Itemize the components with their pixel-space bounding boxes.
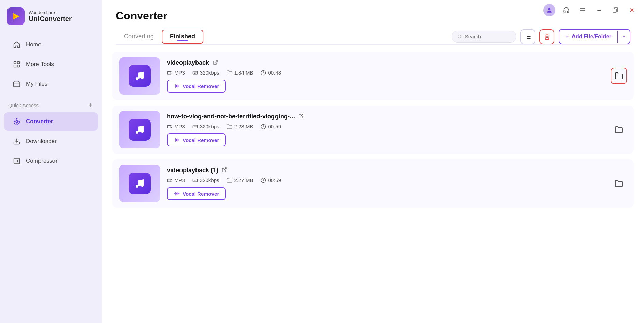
sidebar-item-home[interactable]: Home (4, 35, 98, 54)
tab-converting[interactable]: Converting (116, 30, 162, 44)
sidebar-item-compressor-label: Compressor (26, 158, 58, 164)
sidebar-item-downloader-label: Downloader (26, 138, 57, 145)
file-bitrate-1: 320kbps (192, 124, 219, 129)
table-row: videoplayback MP3 (112, 52, 634, 100)
file-size-0: 1.84 MB (227, 70, 253, 76)
home-icon (12, 40, 21, 49)
svg-point-16 (458, 35, 461, 38)
svg-line-32 (301, 114, 303, 116)
open-file-icon-1[interactable] (298, 113, 304, 120)
waveform-icon-1 (174, 137, 180, 143)
waveform-icon-0 (174, 83, 180, 89)
svg-rect-39 (167, 179, 171, 181)
add-file-dropdown-button[interactable] (617, 31, 630, 43)
quick-access-header: Quick Access + (0, 97, 102, 112)
delete-button[interactable] (539, 29, 554, 44)
tab-finished[interactable]: Finished (162, 30, 203, 44)
vocal-remover-button-1[interactable]: Vocal Remover (167, 133, 226, 146)
bitrate-icon-0 (192, 70, 198, 76)
svg-point-37 (141, 184, 144, 187)
profile-button[interactable] (543, 4, 555, 16)
svg-rect-27 (167, 71, 171, 74)
compressor-icon (12, 157, 21, 165)
minimize-button[interactable]: − (594, 5, 604, 16)
file-bitrate-2: 320kbps (192, 177, 219, 183)
open-file-icon-0[interactable] (213, 60, 218, 66)
downloader-icon (12, 137, 21, 146)
app-logo-icon (7, 7, 25, 25)
music-icon-1 (129, 119, 151, 141)
open-file-icon-2[interactable] (222, 167, 227, 174)
clock-icon-0 (261, 70, 266, 76)
file-info-2: videoplayback (1) MP3 (167, 167, 627, 200)
tabs-and-actions: Converting Finished (116, 29, 630, 44)
file-name-row-1: how-to-vlog-and-not-be-terrified-vloggin… (167, 113, 627, 120)
file-thumbnail-1 (119, 111, 160, 148)
search-icon (457, 34, 462, 39)
sidebar-item-more-tools[interactable]: More Tools (4, 55, 98, 74)
waveform-icon-2 (174, 191, 180, 197)
sidebar-item-compressor[interactable]: Compressor (4, 152, 98, 170)
svg-point-31 (141, 130, 144, 133)
file-thumbnail-2 (119, 165, 160, 202)
quick-access-add-button[interactable]: + (87, 101, 94, 109)
brand-top: Wondershare (29, 10, 72, 15)
svg-point-30 (136, 131, 138, 134)
video-icon-1 (167, 124, 172, 129)
svg-rect-6 (14, 82, 20, 87)
file-meta-0: MP3 320kbps 1.84 MB 00:48 (167, 70, 627, 76)
brand-bottom: UniConverter (29, 15, 72, 23)
restore-button[interactable] (610, 5, 621, 16)
svg-line-17 (461, 37, 461, 38)
vocal-remover-button-2[interactable]: Vocal Remover (167, 187, 226, 200)
list-view-button[interactable] (520, 29, 535, 44)
vocal-remover-button-0[interactable]: Vocal Remover (167, 80, 226, 93)
menu-button[interactable] (577, 5, 588, 16)
bitrate-icon-2 (192, 178, 198, 183)
file-meta-1: MP3 320kbps 2.23 MB 00:59 (167, 124, 627, 129)
close-button[interactable]: ✕ (626, 5, 637, 16)
file-size-1: 2.23 MB (227, 124, 253, 129)
svg-point-36 (136, 185, 138, 188)
sidebar: Wondershare UniConverter Home More Tools (0, 0, 102, 323)
sidebar-item-my-files-label: My Files (26, 81, 47, 87)
sidebar-item-my-files[interactable]: My Files (4, 75, 98, 93)
folder-size-icon-1 (227, 124, 232, 129)
file-info-0: videoplayback MP3 (167, 59, 627, 93)
file-format-0: MP3 (167, 70, 185, 76)
sidebar-item-downloader[interactable]: Downloader (4, 132, 98, 150)
table-row: videoplayback (1) MP3 (112, 159, 634, 208)
add-file-folder-button[interactable]: + Add File/Folder (559, 29, 630, 44)
open-folder-button-1[interactable] (611, 122, 627, 138)
search-input[interactable] (465, 34, 511, 39)
open-folder-button-2[interactable] (611, 175, 627, 192)
svg-point-7 (16, 120, 18, 123)
file-duration-0: 00:48 (261, 70, 281, 76)
chevron-down-icon (622, 34, 626, 39)
more-tools-icon (12, 60, 21, 69)
tabs: Converting Finished (116, 30, 203, 44)
list-icon (524, 33, 531, 40)
sidebar-item-home-label: Home (26, 41, 41, 48)
file-name-1: how-to-vlog-and-not-be-terrified-vloggin… (167, 113, 295, 120)
search-box[interactable] (452, 31, 516, 43)
clock-icon-1 (261, 124, 266, 129)
main-content: − ✕ Converter Converting Finished (102, 0, 644, 323)
headset-button[interactable] (561, 5, 572, 16)
file-info-1: how-to-vlog-and-not-be-terrified-vloggin… (167, 113, 627, 146)
file-duration-2: 00:59 (261, 177, 281, 183)
svg-rect-33 (167, 125, 171, 128)
folder-icon-0 (227, 70, 232, 76)
video-icon-2 (167, 178, 172, 183)
file-bitrate-0: 320kbps (192, 70, 219, 76)
add-file-main[interactable]: + Add File/Folder (559, 30, 617, 44)
file-thumbnail-0 (119, 57, 160, 95)
file-name-0: videoplayback (167, 59, 209, 66)
file-size-2: 2.27 MB (227, 177, 253, 183)
clock-icon-2 (261, 178, 266, 183)
sidebar-item-converter[interactable]: Converter (4, 112, 98, 131)
open-folder-button-0[interactable] (611, 68, 627, 84)
svg-rect-40 (193, 179, 197, 182)
svg-rect-15 (613, 9, 616, 12)
folder-size-icon-2 (227, 178, 232, 183)
